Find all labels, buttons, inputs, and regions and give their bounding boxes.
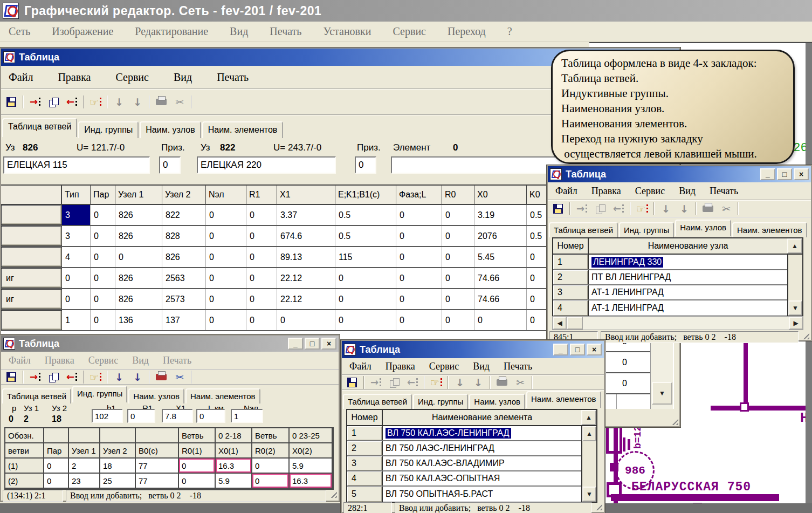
- close-button[interactable]: ×: [321, 338, 336, 350]
- app-menu-item[interactable]: Печать: [270, 25, 301, 38]
- grid-cell[interactable]: 826: [115, 226, 162, 246]
- grid-cell[interactable]: 826: [115, 289, 162, 309]
- copy-icon[interactable]: [387, 376, 401, 389]
- close-button[interactable]: ×: [794, 168, 809, 180]
- minimize-button[interactable]: _: [288, 338, 303, 350]
- grid-cell[interactable]: 115: [335, 247, 396, 267]
- grid-cell[interactable]: 3.37: [277, 205, 335, 225]
- scroll-down-button[interactable]: ▼: [582, 487, 596, 502]
- window-menu-item[interactable]: Вид: [679, 186, 696, 197]
- maximize-button[interactable]: □: [305, 338, 320, 350]
- scroll-up-button[interactable]: ▲: [787, 238, 802, 254]
- node1-name-input[interactable]: [3, 156, 150, 174]
- scroll-up-button[interactable]: ▲: [582, 426, 596, 441]
- grid-cell[interactable]: 0: [91, 226, 115, 246]
- move-down-icon[interactable]: ↓: [659, 202, 673, 215]
- scroll-down-button[interactable]: ▼: [788, 300, 802, 316]
- window-menu-item[interactable]: Правка: [386, 361, 415, 372]
- grid-cell[interactable]: 0: [44, 459, 69, 474]
- priz2-input[interactable]: [355, 156, 376, 174]
- window-menu-item[interactable]: Сервис: [115, 71, 148, 84]
- app-menu-item[interactable]: Сеть: [9, 25, 30, 38]
- grid-cell[interactable]: 1: [62, 310, 91, 330]
- grid-cell[interactable]: 0: [246, 310, 277, 330]
- save-icon[interactable]: [551, 202, 565, 215]
- list-item[interactable]: 2 ВЛ 750 ЛАЭС-ЛЕНИНГРАД: [347, 441, 581, 456]
- move-down-icon[interactable]: ↓: [112, 95, 126, 108]
- print-icon[interactable]: [495, 376, 509, 389]
- window-menu-item[interactable]: Файл: [9, 355, 31, 366]
- horizontal-scrollbar[interactable]: ◀ ▶: [552, 316, 803, 330]
- print-icon[interactable]: [154, 95, 168, 108]
- tab-inductive-groups[interactable]: Инд. группы: [78, 121, 139, 138]
- grid-cell[interactable]: 0: [206, 247, 246, 267]
- list-item[interactable]: 1 ЛЕНИНГРАД 330: [553, 255, 787, 270]
- grid-cell[interactable]: (1): [5, 459, 44, 474]
- move-up-icon[interactable]: ↓: [130, 371, 144, 384]
- grid-cell[interactable]: 77: [136, 459, 179, 474]
- scroll-down-button[interactable]: ▼: [652, 382, 672, 405]
- grid-cell[interactable]: 826: [162, 247, 206, 267]
- scroll-left-button[interactable]: ◀: [553, 317, 567, 330]
- grid-cell[interactable]: 822: [162, 205, 206, 225]
- insert-row-icon[interactable]: →: [28, 95, 42, 108]
- row-label[interactable]: [1, 310, 62, 330]
- list-item[interactable]: 2 ПТ ВЛ ЛЕНИНГРАД: [553, 270, 787, 285]
- window-menu-item[interactable]: Файл: [555, 186, 577, 197]
- save-icon[interactable]: [4, 95, 18, 108]
- grid-cell[interactable]: 0: [206, 205, 246, 225]
- grid-cell[interactable]: 674.6: [277, 226, 335, 246]
- tab-branches[interactable]: Таблица ветвей: [343, 394, 412, 409]
- grid-cell[interactable]: 0: [246, 289, 277, 309]
- grid-cell[interactable]: 5.9: [216, 474, 252, 489]
- priz1-input[interactable]: [159, 156, 181, 174]
- window-menu-item[interactable]: Файл: [349, 361, 371, 372]
- grid-cell[interactable]: 0: [442, 310, 474, 330]
- app-menu-item[interactable]: Изображение: [52, 25, 113, 38]
- grid-cell[interactable]: 0: [396, 289, 442, 309]
- grid-cell[interactable]: 0: [606, 352, 650, 373]
- grid-cell[interactable]: 0: [442, 289, 474, 309]
- element-name[interactable]: ВЛ 750 ОПЫТНАЯ-Б.РАСТ: [383, 487, 581, 502]
- grid-cell[interactable]: 0.5: [335, 226, 396, 246]
- scroll-up-button[interactable]: ▲: [581, 410, 596, 425]
- insert-row-icon[interactable]: →: [28, 371, 42, 384]
- grid-cell[interactable]: 25: [100, 474, 136, 489]
- grid-cell[interactable]: 0: [91, 268, 115, 288]
- resize-grip[interactable]: [801, 331, 809, 339]
- tab-node-names[interactable]: Наим. узлов: [140, 121, 201, 138]
- vertical-scrollbar[interactable]: ▲ ▼: [581, 426, 596, 502]
- app-menu-item[interactable]: Установки: [323, 25, 371, 38]
- tab-inductive-groups[interactable]: Инд. группы: [619, 222, 674, 237]
- row-label[interactable]: [1, 205, 62, 225]
- r1-input[interactable]: [127, 409, 155, 423]
- x1-input[interactable]: [162, 409, 193, 423]
- node-name[interactable]: АТ-1 ЛЕНИНГРАД: [589, 300, 787, 316]
- grid-cell[interactable]: 0: [62, 268, 91, 288]
- window-menu-item[interactable]: Сервис: [429, 361, 459, 372]
- vertical-scrollbar[interactable]: ▼: [787, 255, 802, 316]
- window-menu-item[interactable]: Вид: [132, 355, 149, 366]
- grid-cell[interactable]: 0: [442, 268, 474, 288]
- grid-cell[interactable]: 5.9: [290, 459, 333, 474]
- grid-cell[interactable]: 0.5: [335, 205, 396, 225]
- list-item[interactable]: 4 АТ-1 ЛЕНИНГРАД: [553, 300, 787, 316]
- maximize-button[interactable]: □: [777, 168, 792, 180]
- window-menu-item[interactable]: Вид: [473, 361, 490, 372]
- grid-cell[interactable]: 0: [396, 226, 442, 246]
- grid-cell[interactable]: 0: [115, 247, 162, 267]
- tab-node-names[interactable]: Наим. узлов: [469, 394, 525, 409]
- tab-branches[interactable]: Таблица ветвей: [2, 118, 77, 137]
- grid-cell[interactable]: 3: [62, 226, 91, 246]
- point-icon[interactable]: ☞: [635, 202, 649, 215]
- minimize-button[interactable]: _: [760, 168, 775, 180]
- resize-grip[interactable]: [594, 502, 602, 510]
- delete-row-icon[interactable]: ←: [65, 371, 79, 384]
- insert-row-icon[interactable]: →: [369, 376, 383, 389]
- grid-cell[interactable]: 0: [396, 310, 442, 330]
- delete-row-icon[interactable]: ←: [65, 95, 79, 108]
- scroll-right-button[interactable]: ▶: [789, 317, 803, 330]
- grid-cell[interactable]: 0: [91, 205, 115, 225]
- tab-branches[interactable]: Таблица ветвей: [549, 222, 618, 237]
- grid-cell[interactable]: 826: [115, 205, 162, 225]
